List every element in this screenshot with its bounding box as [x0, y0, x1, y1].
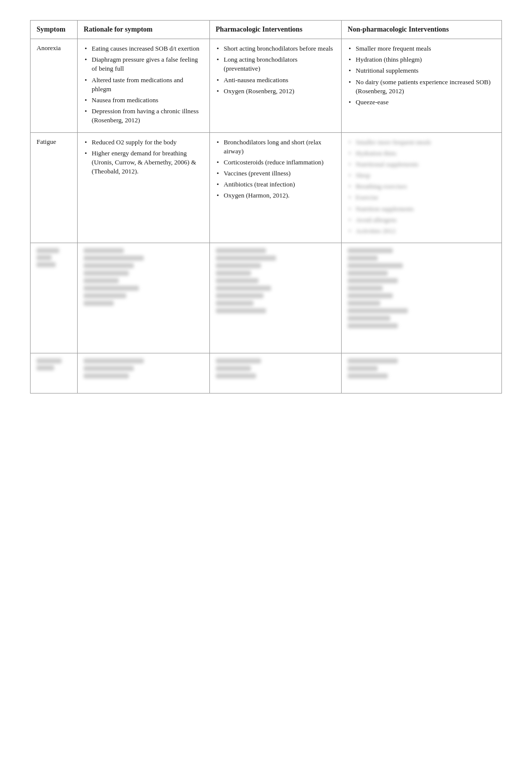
pharma-list-anorexia: Short acting bronchodilators before meal…: [216, 44, 335, 96]
rationale-cell-anorexia: Eating causes increased SOB d/t exertion…: [78, 39, 209, 133]
nonpharma-list-anorexia: Smaller more frequent meals Hydration (t…: [348, 44, 495, 107]
header-rationale: Rationale for symptom: [78, 21, 209, 39]
list-item: Oxygen (Rosenberg, 2012): [216, 87, 335, 96]
header-nonpharma: Non-pharmacologic Interventions: [342, 21, 502, 39]
blurred-symptom-partial: [37, 358, 71, 370]
list-item: Smaller more frequent meals: [348, 44, 495, 53]
nonpharma-header-text: Non-pharmacologic Interventions: [348, 26, 449, 33]
list-item: Corticosteroids (reduce inflammation): [216, 158, 335, 167]
list-item: Exercise: [348, 193, 495, 202]
pharma-cell-blurred: [209, 243, 341, 353]
pharma-header-text: Pharmacologic Interventions: [216, 26, 303, 33]
list-item: Depression from having a chronic illness…: [84, 107, 203, 125]
list-item: Queeze-ease: [348, 98, 495, 107]
blurred-rationale-partial: [84, 358, 203, 378]
list-item: Breathing exercises: [348, 182, 495, 191]
nonpharma-cell-fatigue: Smaller more frequent meals Hydration th…: [342, 132, 502, 243]
nonpharma-cell-partial-blurred: [342, 353, 502, 394]
rationale-list-anorexia: Eating causes increased SOB d/t exertion…: [84, 44, 203, 125]
nonpharma-cell-anorexia: Smaller more frequent meals Hydration (t…: [342, 39, 502, 133]
rationale-cell-blurred: [78, 243, 209, 353]
list-item: Reduced O2 supply for the body: [84, 138, 203, 147]
symptom-cell-blurred: [31, 243, 78, 353]
list-item: Activities 2012: [348, 227, 495, 236]
blurred-pharma-partial: [216, 358, 335, 378]
symptom-header-text: Symptom: [37, 26, 66, 33]
list-item: Altered taste from medications and phleg…: [84, 76, 203, 94]
list-item: Hydration thins: [348, 149, 495, 158]
symptom-label: Anorexia: [37, 44, 61, 52]
main-table: Symptom Rationale for symptom Pharmacolo…: [30, 20, 502, 394]
list-item: Nutritional supplements: [348, 66, 495, 75]
header-pharma: Pharmacologic Interventions: [209, 21, 341, 39]
list-item: Short acting bronchodilators before meal…: [216, 44, 335, 53]
list-item: Anti-nausea medications: [216, 76, 335, 85]
list-item: Nutrition supplements: [348, 205, 495, 214]
list-item: Higher energy demand for breathing (Uron…: [84, 149, 203, 176]
list-item: Hydration (thins phlegm): [348, 55, 495, 64]
rationale-cell-partial-blurred: [78, 353, 209, 394]
nonpharma-cell-blurred: [342, 243, 502, 353]
list-item: Antibiotics (treat infection): [216, 180, 335, 189]
rationale-header-text: Rationale for symptom: [84, 26, 152, 33]
pharma-cell-fatigue: Bronchodilators long and short (relax ai…: [209, 132, 341, 243]
list-item: Sleep: [348, 171, 495, 180]
symptom-cell-partial-blurred: [31, 353, 78, 394]
list-item: Bronchodilators long and short (relax ai…: [216, 138, 335, 156]
blurred-symptom: [37, 248, 71, 267]
blurred-nonpharma: [348, 248, 495, 328]
blurred-nonpharma-partial: [348, 358, 495, 378]
list-item: Oxygen (Harmon, 2012).: [216, 191, 335, 200]
pharma-list-fatigue: Bronchodilators long and short (relax ai…: [216, 138, 335, 201]
list-item: Nutritional supplements: [348, 160, 495, 169]
nonpharma-list-fatigue-blurred: Smaller more frequent meals Hydration th…: [348, 138, 495, 236]
blurred-pharma: [216, 248, 335, 313]
table-row-partial-blurred: [31, 353, 502, 394]
table-row: Anorexia Eating causes increased SOB d/t…: [31, 39, 502, 133]
blurred-rationale: [84, 248, 203, 306]
pharma-cell-anorexia: Short acting bronchodilators before meal…: [209, 39, 341, 133]
list-item: Eating causes increased SOB d/t exertion: [84, 44, 203, 53]
list-item: No dairy (some patients experience incre…: [348, 78, 495, 96]
table-row: Fatigue Reduced O2 supply for the body H…: [31, 132, 502, 243]
header-symptom: Symptom: [31, 21, 78, 39]
symptom-cell-fatigue: Fatigue: [31, 132, 78, 243]
pharma-cell-partial-blurred: [209, 353, 341, 394]
list-item: Vaccines (prevent illness): [216, 169, 335, 178]
list-item: Avoid allergens: [348, 216, 495, 225]
list-item: Diaphragm pressure gives a false feeling…: [84, 55, 203, 73]
list-item: Long acting bronchodilators (preventativ…: [216, 55, 335, 73]
symptom-label: Fatigue: [37, 138, 56, 145]
rationale-cell-fatigue: Reduced O2 supply for the body Higher en…: [78, 132, 209, 243]
table-row-blurred: [31, 243, 502, 353]
rationale-list-fatigue: Reduced O2 supply for the body Higher en…: [84, 138, 203, 176]
symptom-cell-anorexia: Anorexia: [31, 39, 78, 133]
list-item: Nausea from medications: [84, 96, 203, 105]
list-item: Smaller more frequent meals: [348, 138, 495, 147]
